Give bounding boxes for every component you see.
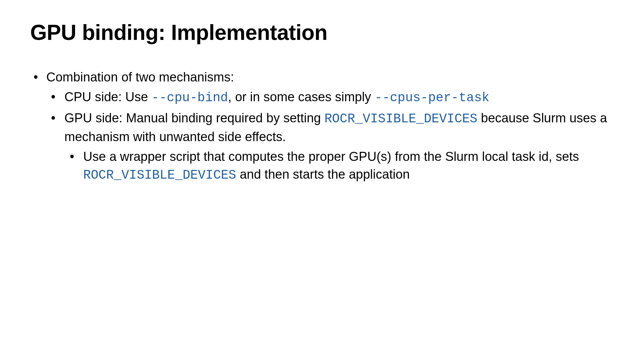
bullet-item: GPU side: Manual binding required by set…	[46, 109, 614, 184]
code-text: ROCR_VISIBLE_DEVICES	[324, 112, 477, 126]
bullet-text: CPU side: Use	[64, 90, 152, 104]
bullet-text: Combination of two mechanisms:	[46, 70, 234, 84]
bullet-item: Use a wrapper script that computes the p…	[64, 148, 614, 184]
bullet-text: Use a wrapper script that computes the p…	[83, 149, 579, 164]
code-text: ROCR_VISIBLE_DEVICES	[83, 168, 236, 182]
bullet-list-level-3: Use a wrapper script that computes the p…	[64, 148, 614, 184]
bullet-item: CPU side: Use --cpu-bind, or in some cas…	[46, 88, 614, 107]
bullet-list-level-2: CPU side: Use --cpu-bind, or in some cas…	[46, 88, 614, 184]
bullet-text: GPU side: Manual binding required by set…	[64, 111, 324, 125]
code-text: --cpu-bind	[152, 90, 228, 105]
slide-content: Combination of two mechanisms: CPU side:…	[30, 68, 614, 184]
bullet-list-level-1: Combination of two mechanisms: CPU side:…	[30, 68, 614, 184]
bullet-item: Combination of two mechanisms: CPU side:…	[30, 68, 614, 184]
code-text: --cpus-per-task	[375, 90, 489, 105]
bullet-text: , or in some cases simply	[228, 90, 375, 104]
bullet-text: and then starts the application	[236, 167, 410, 181]
slide-title: GPU binding: Implementation	[30, 20, 614, 45]
